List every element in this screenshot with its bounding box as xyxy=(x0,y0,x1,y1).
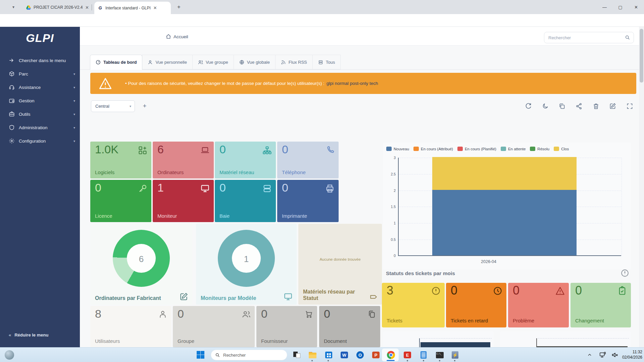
copy-icon[interactable] xyxy=(558,103,565,110)
legend-item[interactable]: En attente xyxy=(501,147,526,151)
trash-icon[interactable] xyxy=(593,103,599,110)
start-button[interactable] xyxy=(197,351,204,359)
file-explorer-icon[interactable] xyxy=(308,351,317,359)
tab-close-icon[interactable]: ✕ xyxy=(153,5,157,10)
browser-tab-active[interactable]: G Interface standard - GLPI ✕ xyxy=(94,2,171,14)
legend-item[interactable]: Résolu xyxy=(530,147,549,151)
red-e-app-icon[interactable]: E xyxy=(403,351,412,359)
tray-network-icon[interactable] xyxy=(599,348,607,362)
sidebar-search-menu[interactable]: Chercher dans le menu xyxy=(0,54,80,67)
terminal-icon[interactable]: C:\_ xyxy=(435,351,444,359)
stat-card-licence[interactable]: 0 Licence xyxy=(90,180,151,222)
stat-card-logiciels[interactable]: 1.0K Logiciels xyxy=(90,142,151,178)
notepad-app-icon[interactable] xyxy=(419,351,428,359)
winrar-icon[interactable]: ⚡ xyxy=(451,351,459,359)
widgets-icon[interactable] xyxy=(5,350,14,360)
edit-icon[interactable] xyxy=(179,292,188,301)
legend-item[interactable]: Nouveau xyxy=(386,147,409,151)
sidebar-item-gestion[interactable]: Gestion ▾ xyxy=(0,94,80,107)
task-view-icon[interactable] xyxy=(293,351,301,359)
tab-tableau-de-bord[interactable]: Tableau de bord xyxy=(90,55,142,70)
widget-title: Moniteurs par Modèle xyxy=(201,295,256,301)
stat-card-baie[interactable]: 0 Baie xyxy=(215,180,276,222)
tab-search-chevron-icon[interactable]: ▾ xyxy=(9,3,17,11)
legend-item[interactable]: Clos xyxy=(554,147,569,151)
stat-card-moniteur[interactable]: 1 Moniteur xyxy=(153,180,214,222)
stat-card-materiel-reseau[interactable]: 0 Matériel réseau xyxy=(215,142,276,178)
security-warning-banner: • Pour des raisons de sécurité, veuillez… xyxy=(90,73,636,94)
share-icon[interactable] xyxy=(576,103,583,110)
tab-close-icon[interactable]: ✕ xyxy=(85,5,89,10)
clipboard-check-icon xyxy=(617,286,627,296)
tab-vue-globale[interactable]: Vue globale xyxy=(234,55,276,69)
fullscreen-icon[interactable] xyxy=(626,103,633,110)
taskbar-clock[interactable]: 11:32 02/04/2026 xyxy=(620,349,642,360)
word-icon[interactable]: W xyxy=(340,351,349,359)
clock-date: 02/04/2026 xyxy=(620,355,642,360)
tray-chevron-up-icon[interactable] xyxy=(587,348,592,362)
taskbar-search[interactable]: Rechercher xyxy=(211,350,287,360)
sidebar-collapse-button[interactable]: « Réduire le menu xyxy=(0,328,80,342)
tickets-bar-chart-widget[interactable]: Nouveau En cours (Attribué) En cours (Pl… xyxy=(383,143,631,269)
widget-moniteurs-par-modele[interactable]: 1 Moniteurs par Modèle xyxy=(196,224,297,305)
tab-tous[interactable]: Tous xyxy=(312,55,341,69)
new-tab-button[interactable]: + xyxy=(175,3,183,11)
window-maximize-button[interactable]: ▢ xyxy=(612,0,628,14)
stat-value: 0 xyxy=(219,181,226,194)
stat-card-imprimante[interactable]: 0 Imprimante xyxy=(277,180,339,222)
tab-flux-rss[interactable]: Flux RSS xyxy=(275,55,313,69)
sidebar-item-configuration[interactable]: Configuration ▾ xyxy=(0,134,80,148)
refresh-icon[interactable] xyxy=(525,102,532,110)
microsoft-store-icon[interactable] xyxy=(324,351,333,359)
widget-title: Ordinateurs par Fabricant xyxy=(95,295,161,301)
banner-user-links[interactable]: glpi normal post-only tech xyxy=(327,81,378,86)
chart-plot-area xyxy=(398,158,621,256)
chrome-icon[interactable] xyxy=(387,351,395,359)
outlook-icon[interactable]: O xyxy=(356,351,364,359)
ticket-card-tickets[interactable]: 3 Tickets xyxy=(382,283,445,327)
briefcase-icon xyxy=(9,111,15,117)
dashboard-select[interactable]: Central ▾ xyxy=(91,100,135,112)
stat-card-groupe[interactable]: 0 Groupe xyxy=(173,306,255,347)
no-data-message: Aucune donnée trouvée xyxy=(298,257,382,261)
edit-icon[interactable] xyxy=(609,103,616,110)
tab-vue-groupe[interactable]: Vue groupe xyxy=(192,55,234,69)
scrollbar-thumb[interactable] xyxy=(640,29,643,83)
global-search-input[interactable] xyxy=(548,35,625,40)
users-icon xyxy=(198,60,203,65)
powerpoint-icon[interactable]: P xyxy=(371,351,380,359)
ticket-card-changement[interactable]: 0 Changement xyxy=(571,283,631,327)
page-scrollbar[interactable] xyxy=(639,27,644,347)
widget-materiels-reseau-par-statut[interactable]: Aucune donnée trouvée Matériels réseau p… xyxy=(298,224,382,305)
tab-title: PROJET CICAR 2026-V2.4 - Goo xyxy=(34,5,83,10)
sidebar-item-parc[interactable]: Parc ▾ xyxy=(0,67,80,81)
stat-card-utilisateurs[interactable]: 8 Utilisateurs xyxy=(90,306,171,347)
add-dashboard-button[interactable]: + xyxy=(141,102,148,110)
window-minimize-button[interactable]: — xyxy=(597,0,612,14)
stat-value: 0 xyxy=(219,143,226,156)
global-search[interactable] xyxy=(544,32,634,43)
tray-volume-muted-icon[interactable] xyxy=(611,348,619,362)
rack-icon xyxy=(262,184,272,193)
legend-item[interactable]: En cours (Planifié) xyxy=(457,147,496,151)
breadcrumb[interactable]: Accueil xyxy=(166,32,188,41)
legend-label: Nouveau xyxy=(394,147,409,151)
sidebar-item-administration[interactable]: Administration ▾ xyxy=(0,121,80,134)
stat-label: Fournisseur xyxy=(261,338,288,344)
info-alert-icon[interactable] xyxy=(621,269,629,277)
sidebar-item-assistance[interactable]: Assistance ▾ xyxy=(0,81,80,94)
stat-card-fournisseur[interactable]: 0 Fournisseur xyxy=(256,306,317,347)
ticket-card-probleme[interactable]: 0 Problème xyxy=(508,283,569,327)
sidebar-item-outils[interactable]: Outils ▾ xyxy=(0,107,80,121)
stat-card-telephone[interactable]: 0 Téléphone xyxy=(277,142,339,178)
tab-vue-personnelle[interactable]: Vue personnelle xyxy=(142,55,192,69)
moon-icon[interactable] xyxy=(542,103,549,109)
ticket-card-tickets-en-retard[interactable]: 0 Tickets en retard xyxy=(446,283,506,327)
legend-item[interactable]: En cours (Attribué) xyxy=(413,147,453,151)
widget-ordinateurs-par-fabricant[interactable]: 6 Ordinateurs par Fabricant xyxy=(90,224,192,305)
ticket-value: 3 xyxy=(387,283,393,298)
stat-card-ordinateurs[interactable]: 6 Ordinateurs xyxy=(153,142,214,178)
stat-card-document[interactable]: 0 Document xyxy=(319,306,380,347)
window-close-button[interactable]: ✕ xyxy=(628,0,644,14)
browser-tab-inactive[interactable]: PROJET CICAR 2026-V2.4 - Goo ✕ xyxy=(23,2,92,12)
